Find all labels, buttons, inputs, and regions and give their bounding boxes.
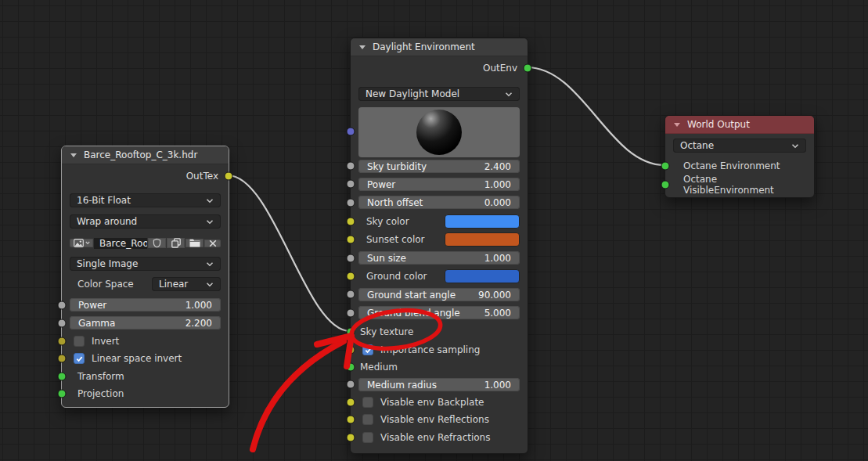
power-value: 1.000: [185, 300, 212, 311]
chevron-down-icon: [505, 92, 513, 97]
node-daylight-environment[interactable]: Daylight Environment OutEnv New Daylight…: [350, 38, 528, 454]
collapse-triangle-icon[interactable]: [674, 123, 680, 127]
socket-octane-environment[interactable]: [661, 162, 670, 171]
socket-sky-turbidity[interactable]: [347, 162, 355, 171]
color-space-dropdown[interactable]: Linear: [152, 277, 221, 291]
sky-color-swatch[interactable]: [445, 214, 520, 229]
gamma-slider[interactable]: Gamma 2.200: [70, 316, 221, 330]
image-name-value: Barce_Roo..: [99, 238, 147, 249]
socket-ground-start-angle[interactable]: [347, 290, 355, 299]
socket-gamma-in[interactable]: [58, 319, 67, 328]
image-browse-button[interactable]: [70, 239, 93, 247]
sky-turbidity-slider[interactable]: Sky turbidity 2.400: [358, 160, 520, 173]
socket-outtex[interactable]: [225, 172, 233, 181]
daylight-power-label: Power: [367, 179, 395, 190]
visable-env-backplate-checkbox[interactable]: [362, 397, 373, 408]
bit-depth-dropdown[interactable]: 16-Bit Float: [70, 193, 221, 207]
daylight-model-dropdown[interactable]: New Daylight Model: [358, 87, 520, 101]
sun-size-slider[interactable]: Sun size 1.000: [358, 251, 520, 265]
socket-invert-in[interactable]: [58, 337, 67, 346]
socket-medium-radius[interactable]: [347, 380, 355, 389]
socket-sky-color[interactable]: [347, 218, 355, 226]
fake-user-button[interactable]: [148, 238, 166, 248]
socket-preview-texture[interactable]: [347, 128, 355, 136]
sunset-color-swatch[interactable]: [445, 232, 520, 247]
medium-radius-slider[interactable]: Medium radius 1.000: [358, 378, 520, 391]
socket-sun-size[interactable]: [347, 254, 355, 263]
socket-daylight-power[interactable]: [347, 180, 355, 189]
texture-preview[interactable]: [358, 107, 520, 157]
sky-turbidity-value: 2.400: [484, 161, 511, 172]
invert-checkbox[interactable]: [74, 336, 85, 347]
visable-env-reflections-row: Visable env Reflections: [358, 413, 520, 426]
importance-sampling-row: Importance sampling: [358, 344, 520, 356]
socket-projection-in[interactable]: [58, 390, 67, 398]
socket-transform-in[interactable]: [58, 373, 67, 381]
socket-ground-color[interactable]: [347, 272, 355, 281]
power-slider[interactable]: Power 1.000: [70, 298, 221, 312]
visable-env-backplate-label: Visable env Backplate: [380, 397, 484, 408]
chevron-down-icon: [206, 198, 214, 203]
socket-visable-env-refractions[interactable]: [347, 434, 355, 442]
duplicate-button[interactable]: [167, 238, 185, 248]
source-dropdown[interactable]: Single Image: [70, 257, 221, 271]
daylight-power-slider[interactable]: Power 1.000: [358, 178, 520, 191]
collapse-triangle-icon[interactable]: [70, 153, 77, 157]
ground-blend-angle-value: 5.000: [484, 308, 511, 319]
image-datablock-row: Barce_Roo..: [70, 236, 221, 250]
visable-env-backplate-row: Visable env Backplate: [358, 396, 520, 409]
sky-color-label: Sky color: [358, 216, 409, 227]
node-world-output[interactable]: World Output Octane Octane Environment O…: [665, 115, 815, 198]
socket-power-in[interactable]: [58, 301, 67, 310]
socket-visable-env-backplate[interactable]: [347, 398, 355, 407]
medium-radius-value: 1.000: [484, 380, 511, 391]
importance-sampling-checkbox[interactable]: [362, 344, 373, 355]
linear-space-invert-label: Linear space invert: [92, 353, 182, 364]
visable-env-reflections-checkbox[interactable]: [362, 414, 373, 425]
open-file-button[interactable]: [185, 239, 203, 247]
socket-north-offset[interactable]: [347, 199, 355, 207]
node-daylight-header[interactable]: Daylight Environment: [351, 38, 528, 56]
socket-sunset-color[interactable]: [347, 236, 355, 244]
visable-env-reflections-label: Visable env Reflections: [380, 414, 489, 425]
socket-outenv[interactable]: [524, 64, 532, 73]
visable-env-refractions-checkbox[interactable]: [362, 432, 373, 443]
render-target-dropdown[interactable]: Octane: [673, 139, 806, 153]
wrap-dropdown[interactable]: Wrap around: [70, 214, 221, 229]
medium-radius-label: Medium radius: [367, 380, 437, 391]
sunset-color-row: Sunset color: [358, 232, 520, 247]
outtex-row: OutTex: [70, 168, 221, 184]
socket-sky-texture[interactable]: [347, 328, 355, 337]
outenv-label: OutEnv: [483, 63, 517, 74]
socket-medium[interactable]: [347, 363, 355, 372]
socket-linear-space-invert-in[interactable]: [58, 355, 67, 363]
close-icon: [209, 240, 217, 247]
socket-ground-blend-angle[interactable]: [347, 309, 355, 318]
ground-start-angle-slider[interactable]: Ground start angle 90.000: [358, 288, 520, 301]
ground-blend-angle-slider[interactable]: Ground blend angle 5.000: [358, 306, 520, 319]
unlink-button[interactable]: [204, 240, 221, 247]
octane-visible-environment-label: Octane VisibleEnvironment: [683, 174, 806, 196]
octane-environment-label: Octane Environment: [683, 160, 780, 171]
octane-visible-environment-row: Octane VisibleEnvironment: [673, 178, 806, 191]
socket-importance-sampling[interactable]: [347, 346, 355, 355]
shield-icon: [153, 238, 161, 248]
ground-blend-angle-label: Ground blend angle: [367, 308, 460, 319]
ground-color-swatch[interactable]: [445, 269, 520, 283]
color-space-value: Linear: [159, 279, 188, 290]
node-world-output-header[interactable]: World Output: [665, 116, 814, 134]
node-image-texture-header[interactable]: Barce_Rooftop_C_3k.hdr: [62, 146, 229, 164]
octane-environment-row: Octane Environment: [673, 160, 806, 172]
gamma-label: Gamma: [78, 318, 115, 329]
linear-space-invert-checkbox[interactable]: [74, 353, 85, 364]
visable-env-refractions-row: Visable env Refractions: [358, 431, 520, 444]
ground-start-angle-value: 90.000: [478, 290, 511, 301]
socket-octane-visible-environment[interactable]: [661, 181, 670, 189]
node-title: World Output: [687, 119, 750, 130]
socket-visable-env-reflections[interactable]: [347, 416, 355, 424]
node-image-texture[interactable]: Barce_Rooftop_C_3k.hdr OutTex 16-Bit Flo…: [61, 146, 229, 408]
image-name-field[interactable]: Barce_Roo..: [94, 238, 147, 249]
collapse-triangle-icon[interactable]: [359, 45, 366, 49]
color-space-label: Color Space: [70, 279, 134, 290]
north-offset-slider[interactable]: North offset 0.000: [358, 196, 520, 209]
